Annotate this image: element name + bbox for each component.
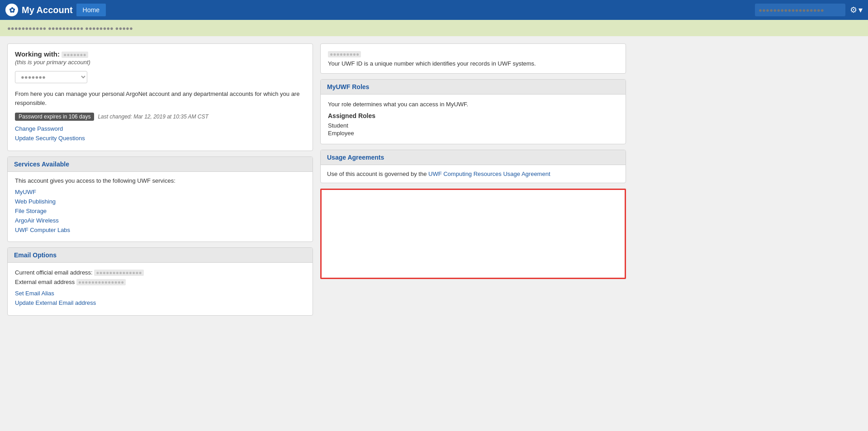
service-myuwf[interactable]: MyUWF <box>15 189 305 195</box>
external-email-row: External email address ●●●●●●●●●●●●●● <box>15 279 305 285</box>
main-content: Working with: ●●●●●●● (this is your prim… <box>0 36 633 323</box>
top-navigation: ✿ My Account Home ⚙ ▾ <box>0 0 868 20</box>
assigned-roles-title: Assigned Roles <box>328 112 618 119</box>
uwf-id-body: ●●●●●●●●● Your UWF ID is a unique number… <box>321 44 626 73</box>
subheader-text: ●●●●●●●●●●● ●●●●●●●●●● ●●●●●●●● ●●●●● <box>7 25 133 32</box>
account-selector[interactable]: ●●●●●●● <box>15 71 87 83</box>
gear-chevron: ▾ <box>859 5 863 15</box>
role-employee: Employee <box>328 130 618 137</box>
email-card: Email Options Current official email add… <box>7 247 313 316</box>
app-title: My Account <box>22 5 73 15</box>
update-external-email-link[interactable]: Update External Email address <box>15 299 305 306</box>
official-email-row: Current official email address: ●●●●●●●●… <box>15 269 305 276</box>
roles-description: Your role determines what you can access… <box>328 101 618 108</box>
primary-account-label: (this is your primary account) <box>15 59 305 66</box>
working-with-row: Working with: ●●●●●●● <box>15 50 305 58</box>
working-with-username: ●●●●●●● <box>62 52 88 58</box>
nav-right: ⚙ ▾ <box>755 4 863 16</box>
password-info-row: Password expires in 106 days Last change… <box>15 113 305 121</box>
official-email-label: Current official email address: <box>15 269 93 276</box>
usage-prefix: Use of this account is governed by the <box>327 171 428 177</box>
password-badge: Password expires in 106 days <box>15 113 94 121</box>
services-list: This account gives you access to the fol… <box>8 172 313 242</box>
uwf-id-description: Your UWF ID is a unique number which ide… <box>328 60 618 67</box>
roles-card: MyUWF Roles Your role determines what yo… <box>320 79 626 144</box>
update-security-link[interactable]: Update Security Questions <box>15 135 305 142</box>
nav-left: ✿ My Account Home <box>5 4 106 16</box>
search-input[interactable] <box>755 4 845 16</box>
right-column: ●●●●●●●●● Your UWF ID is a unique number… <box>320 43 626 316</box>
services-intro: This account gives you access to the fol… <box>15 177 305 184</box>
last-changed-text: Last changed: Mar 12, 2019 at 10:35 AM C… <box>98 114 208 120</box>
roles-body: Your role determines what you can access… <box>321 95 626 144</box>
external-email-label: External email address <box>15 279 75 285</box>
highlighted-section <box>320 189 626 279</box>
email-header: Email Options <box>8 248 313 263</box>
official-email-value: ●●●●●●●●●●●●●● <box>94 270 143 276</box>
service-argoair[interactable]: ArgoAir Wireless <box>15 217 305 224</box>
logo-symbol: ✿ <box>9 6 15 14</box>
settings-gear[interactable]: ⚙ ▾ <box>850 5 863 15</box>
left-column: Working with: ●●●●●●● (this is your prim… <box>7 43 313 316</box>
services-header: Services Available <box>8 157 313 172</box>
set-email-alias-link[interactable]: Set Email Alias <box>15 290 305 297</box>
home-button[interactable]: Home <box>76 4 106 16</box>
usage-card: Usage Agreements Use of this account is … <box>320 150 626 183</box>
role-student: Student <box>328 122 618 129</box>
account-card: Working with: ●●●●●●● (this is your prim… <box>7 43 313 151</box>
gear-icon: ⚙ <box>850 5 857 15</box>
service-file-storage[interactable]: File Storage <box>15 208 305 214</box>
account-card-body: Working with: ●●●●●●● (this is your prim… <box>8 44 313 151</box>
uwf-id-number: ●●●●●●●●● <box>328 51 361 57</box>
usage-header: Usage Agreements <box>321 150 626 165</box>
usage-text: Use of this account is governed by the U… <box>321 165 626 183</box>
services-card: Services Available This account gives yo… <box>7 156 313 242</box>
roles-header: MyUWF Roles <box>321 80 626 95</box>
service-computer-labs[interactable]: UWF Computer Labs <box>15 227 305 233</box>
external-email-value: ●●●●●●●●●●●●●● <box>76 279 126 285</box>
change-password-link[interactable]: Change Password <box>15 125 305 132</box>
app-logo: ✿ <box>5 4 18 16</box>
service-web-publishing[interactable]: Web Publishing <box>15 198 305 205</box>
uwf-id-card: ●●●●●●●●● Your UWF ID is a unique number… <box>320 43 626 74</box>
account-description: From here you can manage your personal A… <box>15 90 305 107</box>
usage-agreement-link[interactable]: UWF Computing Resources Usage Agreement <box>428 171 550 177</box>
email-card-body: Current official email address: ●●●●●●●●… <box>8 263 313 315</box>
subheader-bar: ●●●●●●●●●●● ●●●●●●●●●● ●●●●●●●● ●●●●● <box>0 20 868 36</box>
working-with-label: Working with: <box>15 50 60 58</box>
